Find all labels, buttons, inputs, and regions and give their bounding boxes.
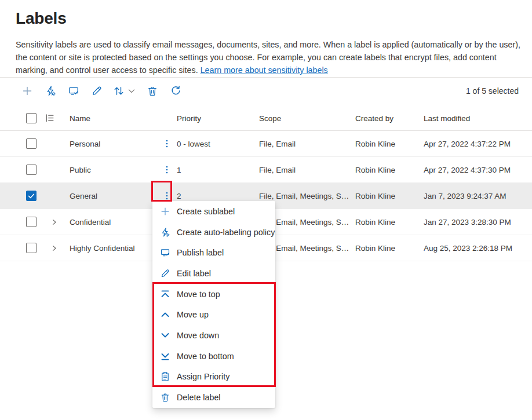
delete-label-button[interactable] [141,80,164,102]
command-bar: 1 of 5 selected [16,79,519,103]
auto-labeling-icon [45,85,56,97]
edit-icon [91,85,103,97]
select-all-checkbox[interactable] [26,113,37,123]
menu-item-label: Delete label [177,393,221,402]
menu-item-edit-label[interactable]: Edit label [152,263,275,284]
menu-item-assign-priority[interactable]: Assign Priority [152,367,275,388]
column-header-scope[interactable]: Scope [259,114,355,123]
label-created-by: Robin Kline [355,218,424,227]
menu-item-move-down[interactable]: Move down [152,325,275,346]
more-vertical-icon [162,191,172,200]
move-up-icon [160,309,170,320]
refresh-button[interactable] [164,80,187,102]
menu-item-label: Move to top [177,290,220,299]
menu-item-label: Move down [177,331,219,340]
label-created-by: Robin Kline [355,192,424,200]
label-name: Personal [70,140,158,148]
menu-item-move-to-top[interactable]: Move to top [152,284,275,305]
row-checkbox[interactable] [26,243,37,253]
move-down-icon [160,330,170,341]
assign-priority-icon [160,371,170,382]
menu-item-create-auto-labeling-policy[interactable]: Create auto-labeling policy [152,222,275,243]
publish-label-button[interactable] [62,80,85,102]
menu-item-label: Create auto-labeling policy [177,228,275,237]
column-header-priority[interactable]: Priority [177,114,259,123]
label-last-modified: Jan 27, 2023 3:28:30 PM [424,218,532,227]
label-priority: 0 - lowest [177,140,259,148]
label-created-by: Robin Kline [355,166,424,174]
page-content: Labels Sensitivity labels are used to cl… [16,0,526,76]
table-row-personal[interactable]: Personal 0 - lowest File, Email Robin Kl… [0,131,532,157]
delete-icon [160,392,170,403]
label-last-modified: Apr 27, 2022 4:37:30 PM [424,166,532,174]
label-scope: File, Email [259,166,355,174]
menu-item-label: Assign Priority [177,372,229,381]
check-icon [27,192,35,200]
toolbar-divider [0,77,532,78]
more-vertical-icon [162,165,172,174]
more-actions-button[interactable] [160,136,174,152]
page-title: Labels [16,9,526,28]
label-priority: 2 [177,192,259,200]
expand-chevron-right-icon[interactable] [49,217,59,227]
move-to-bottom-icon [160,351,170,361]
row-checkbox-checked[interactable] [26,191,37,201]
label-created-by: Robin Kline [355,244,424,253]
menu-item-label: Move up [177,310,209,319]
selection-status: 1 of 5 selected [466,86,519,96]
auto-labeling-icon [160,227,170,238]
row-checkbox[interactable] [26,165,37,175]
label-last-modified: Aug 25, 2023 2:26:18 PM [424,244,532,253]
more-actions-button[interactable] [160,162,174,178]
row-context-menu: Create sublabel Create auto-labeling pol… [152,201,275,408]
edit-icon [160,268,170,279]
menu-item-label: Create sublabel [177,207,235,216]
publish-icon [160,247,170,258]
learn-more-link[interactable]: Learn more about sensitivity labels [201,65,328,75]
column-header-last-modified[interactable]: Last modified [424,114,532,123]
edit-label-button[interactable] [85,80,108,102]
add-label-button[interactable] [16,80,39,102]
menu-item-move-to-bottom[interactable]: Move to bottom [152,346,275,367]
add-icon [21,85,33,97]
column-header-created-by[interactable]: Created by [355,114,424,123]
menu-item-label: Move to bottom [177,352,234,361]
menu-item-label: Publish label [177,248,224,257]
table-header-row: Name Priority Scope Created by Last modi… [0,106,532,131]
add-icon [160,206,170,217]
menu-item-publish-label[interactable]: Publish label [152,242,275,263]
label-scope: File, Email, Meetings, Site, U... [259,192,355,200]
sort-arrows-icon [113,85,125,97]
menu-item-move-up[interactable]: Move up [152,304,275,325]
sort-order-button[interactable] [108,80,141,102]
label-scope: File, Email [259,140,355,148]
label-name: Highly Confidential [70,244,158,253]
expand-chevron-right-icon[interactable] [49,243,59,253]
label-name: General [70,192,158,200]
menu-item-label: Edit label [177,269,211,278]
delete-icon [147,85,158,97]
row-checkbox[interactable] [26,217,37,227]
label-priority: 1 [177,166,259,174]
menu-item-create-sublabel[interactable]: Create sublabel [152,201,275,222]
row-checkbox[interactable] [26,138,37,149]
group-list-icon[interactable] [45,113,55,123]
menu-item-delete-label[interactable]: Delete label [152,387,275,408]
chevron-down-icon [127,86,136,96]
label-last-modified: Apr 27, 2022 4:37:22 PM [424,140,532,148]
more-vertical-icon [162,139,172,148]
label-last-modified: Jan 7, 2023 9:24:37 AM [424,192,532,200]
page-description: Sensitivity labels are used to classify … [16,38,526,76]
publish-icon [68,85,79,97]
refresh-icon [170,85,181,97]
move-to-top-icon [160,289,170,300]
auto-labeling-button[interactable] [39,80,62,102]
column-header-name[interactable]: Name [70,114,158,123]
table-row-public[interactable]: Public 1 File, Email Robin Kline Apr 27,… [0,157,532,183]
label-name: Public [70,166,158,174]
label-created-by: Robin Kline [355,140,424,148]
label-name: Confidential [70,218,158,227]
